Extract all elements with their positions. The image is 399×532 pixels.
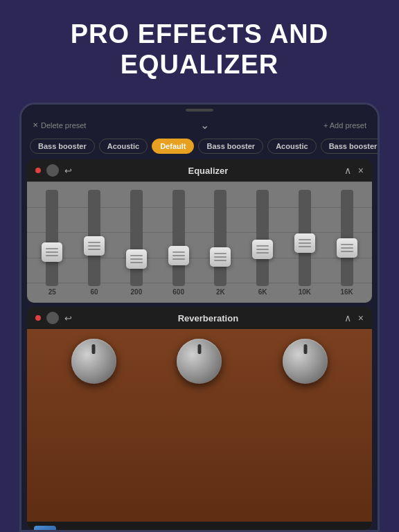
preset-default[interactable]: Default <box>152 139 194 154</box>
eq-panel-header: ↩ Equalizer ∧ × <box>27 159 372 181</box>
equalizer-panel: ↩ Equalizer ∧ × <box>27 159 372 303</box>
slider-track-600[interactable] <box>172 190 185 286</box>
close-icon: ✕ <box>33 121 38 129</box>
freq-label-200: 200 <box>131 288 143 297</box>
page-header: PRO EFFECTS AND EQUALIZER <box>0 0 399 94</box>
chevron-down-icon[interactable]: ⌄ <box>200 118 209 132</box>
page-background: PRO EFFECTS AND EQUALIZER ✕ Delete prese… <box>0 0 399 94</box>
record-dot-icon-2 <box>35 315 41 321</box>
close-reverb-icon[interactable]: × <box>358 312 364 323</box>
reverb-header-left: ↩ <box>35 312 72 324</box>
thumb-grip <box>299 246 311 247</box>
thumb-grip <box>214 256 227 258</box>
slider-track-16k[interactable] <box>341 190 353 286</box>
now-playing-thumbnail <box>34 526 56 530</box>
slider-thumb-6k[interactable] <box>252 240 273 259</box>
now-playing-bar: Deep Water Ahead Sounds Of Tranquility ⏸… <box>27 522 372 530</box>
delete-preset-button[interactable]: ✕ Delete preset <box>33 121 86 130</box>
eq-band-2k[interactable]: 2K <box>201 190 240 297</box>
eq-band-6k[interactable]: 6K <box>243 190 283 297</box>
thumb-grip <box>256 249 269 250</box>
freq-label-16k: 16K <box>340 288 353 297</box>
thumb-grip <box>172 251 185 253</box>
preset-bass-booster-2[interactable]: Bass booster <box>198 139 263 154</box>
eq-band-600[interactable]: 600 <box>159 190 198 297</box>
close-eq-icon[interactable]: × <box>358 165 364 176</box>
thumb-grip <box>88 242 100 243</box>
collapse-reverb-icon[interactable]: ∧ <box>344 312 351 323</box>
reverb-knob-1[interactable] <box>71 339 116 384</box>
thumb-grip <box>214 253 227 254</box>
grid-line <box>27 181 372 182</box>
eq-header-left: ↩ <box>35 164 72 177</box>
slider-track-10k[interactable] <box>299 190 311 286</box>
freq-label-10k: 10K <box>299 288 311 297</box>
eq-icon <box>46 164 59 177</box>
slider-track-2k[interactable] <box>214 190 227 286</box>
reverb-title: Reverberation <box>72 313 344 323</box>
knob-3-wrapper <box>283 339 328 384</box>
track-title: Deep Water Ahead <box>62 529 330 531</box>
slider-thumb-600[interactable] <box>168 246 189 265</box>
freq-label-60: 60 <box>91 288 98 297</box>
undo-reverb-icon[interactable]: ↩ <box>64 313 72 323</box>
preset-bass-booster-3[interactable]: Bass booster <box>321 139 378 154</box>
knob-1-wrapper <box>71 339 116 384</box>
reverb-knob-2[interactable] <box>177 339 222 384</box>
collapse-icon[interactable]: ∧ <box>344 165 351 176</box>
eq-band-10k[interactable]: 10K <box>285 190 325 297</box>
undo-icon[interactable]: ↩ <box>64 166 72 176</box>
record-dot-icon <box>35 168 41 173</box>
tablet-inner: ✕ Delete preset ⌄ + Add preset Bass boos… <box>21 105 378 530</box>
thumb-grip <box>130 255 143 256</box>
eq-band-25[interactable]: 25 <box>33 190 72 297</box>
slider-thumb-10k[interactable] <box>294 233 315 253</box>
thumb-grip <box>341 247 353 249</box>
thumb-grip <box>341 251 353 252</box>
thumb-grip <box>46 251 58 253</box>
slider-track-60[interactable] <box>88 190 100 286</box>
reverb-body: Deep Water Ahead Sounds Of Tranquility ⏸… <box>27 329 372 530</box>
thumb-grip <box>214 260 227 261</box>
preset-bass-booster-1[interactable]: Bass booster <box>30 139 95 154</box>
slider-thumb-2k[interactable] <box>210 247 231 267</box>
eq-band-16k[interactable]: 16K <box>327 190 366 297</box>
slider-thumb-60[interactable] <box>84 236 105 256</box>
thumb-grip <box>130 262 143 263</box>
thumb-grip <box>172 258 185 260</box>
slider-thumb-25[interactable] <box>42 242 62 262</box>
slider-thumb-16k[interactable] <box>337 238 357 258</box>
thumb-grip <box>88 245 100 247</box>
now-playing-info: Deep Water Ahead Sounds Of Tranquility <box>62 529 330 531</box>
preset-acoustic-1[interactable]: Acoustic <box>99 139 148 154</box>
eq-band-60[interactable]: 60 <box>75 190 114 297</box>
freq-label-6k: 6K <box>258 288 267 297</box>
freq-label-600: 600 <box>172 288 184 297</box>
reverb-header-right: ∧ × <box>344 312 364 323</box>
thumb-grip <box>256 245 269 247</box>
slider-thumb-200[interactable] <box>126 249 147 269</box>
reverb-panel-header: ↩ Reverberation ∧ × <box>27 307 372 329</box>
eq-band-200[interactable]: 200 <box>117 190 157 297</box>
thumb-grip <box>256 252 269 254</box>
eq-title: Equalizer <box>72 166 344 176</box>
freq-label-25: 25 <box>48 288 56 297</box>
knob-2-wrapper <box>177 339 222 384</box>
thumb-grip <box>299 239 311 240</box>
reverb-knob-3[interactable] <box>283 339 328 384</box>
thumb-grip <box>341 244 353 245</box>
reverberation-panel: ↩ Reverberation ∧ × <box>27 307 372 530</box>
page-title: PRO EFFECTS AND EQUALIZER <box>28 19 371 80</box>
top-bar: ✕ Delete preset ⌄ + Add preset <box>21 112 378 136</box>
add-preset-button[interactable]: + Add preset <box>323 121 366 130</box>
eq-body: 25 60 <box>27 181 372 303</box>
slider-track-6k[interactable] <box>256 190 269 286</box>
sliders-container: 25 60 <box>33 190 366 297</box>
slider-track-200[interactable] <box>130 190 143 286</box>
thumb-grip <box>172 255 185 256</box>
thumb-grip <box>46 255 58 256</box>
freq-label-2k: 2K <box>216 288 225 297</box>
preset-acoustic-2[interactable]: Acoustic <box>267 139 316 154</box>
thumb-grip <box>130 258 143 260</box>
slider-track-25[interactable] <box>46 190 58 286</box>
